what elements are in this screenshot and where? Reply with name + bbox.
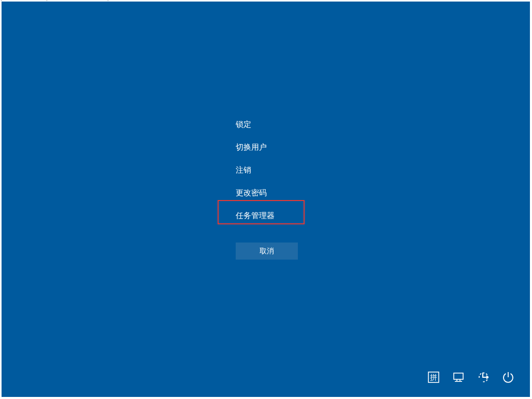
- svg-text:拼: 拼: [430, 374, 437, 381]
- cancel-button[interactable]: 取消: [236, 243, 298, 260]
- bottom-icon-row: 拼: [427, 371, 514, 383]
- network-icon[interactable]: [452, 371, 465, 383]
- svg-rect-2: [454, 373, 463, 379]
- ime-icon[interactable]: 拼: [427, 371, 440, 383]
- power-icon[interactable]: [502, 371, 514, 383]
- menu-item-switch-user[interactable]: 切换用户: [236, 136, 339, 159]
- menu-item-task-manager[interactable]: 任务管理器: [236, 204, 339, 227]
- menu-item-change-password[interactable]: 更改密码: [236, 181, 339, 204]
- menu-item-sign-out[interactable]: 注销: [236, 159, 339, 181]
- security-options-screen: 锁定 切换用户 注销 更改密码 任务管理器 取消 拼: [2, 2, 530, 397]
- menu-item-lock[interactable]: 锁定: [236, 113, 339, 136]
- ease-of-access-icon[interactable]: [477, 371, 490, 383]
- security-options-menu: 锁定 切换用户 注销 更改密码 任务管理器: [236, 113, 339, 227]
